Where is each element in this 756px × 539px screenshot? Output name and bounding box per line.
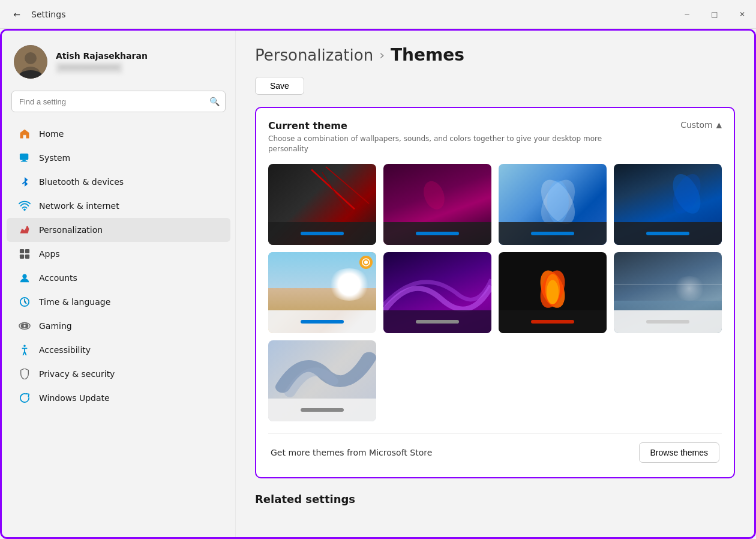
- gaming-icon: [19, 320, 31, 332]
- sidebar-item-label: Network & internet: [39, 201, 119, 211]
- theme-title: Current theme: [268, 120, 640, 131]
- wallpaper-thumb-3[interactable]: [499, 164, 607, 245]
- sidebar-item-label: Accessibility: [39, 345, 91, 355]
- svg-rect-9: [25, 249, 29, 253]
- accounts-icon: [19, 272, 31, 284]
- search-icon: 🔍: [209, 97, 220, 106]
- sidebar-item-home[interactable]: Home: [7, 122, 230, 146]
- breadcrumb-current: Themes: [391, 45, 464, 65]
- svg-rect-18: [23, 325, 26, 327]
- sidebar-item-network[interactable]: Network & internet: [7, 194, 230, 218]
- sidebar-item-label: Privacy & security: [39, 369, 115, 379]
- breadcrumb: Personalization › Themes: [255, 45, 735, 65]
- sidebar-item-label: Windows Update: [39, 393, 110, 403]
- user-name: Atish Rajasekharan: [56, 51, 148, 61]
- apps-icon: [19, 248, 31, 260]
- maximize-button[interactable]: □: [701, 0, 728, 29]
- breadcrumb-separator: ›: [379, 47, 385, 62]
- theme-title-section: Current theme Choose a combination of wa…: [268, 120, 640, 154]
- search-input[interactable]: [11, 91, 226, 112]
- privacy-icon: [19, 368, 31, 380]
- svg-point-34: [547, 280, 559, 305]
- svg-point-1: [25, 52, 37, 64]
- svg-point-23: [420, 180, 448, 212]
- related-settings-title: Related settings: [255, 493, 735, 505]
- sidebar-item-accessibility[interactable]: Accessibility: [7, 338, 230, 362]
- theme-current-label[interactable]: Custom ▲: [680, 120, 722, 130]
- sidebar-item-label: Bluetooth & devices: [39, 177, 124, 187]
- chevron-up-icon: ▲: [716, 121, 722, 129]
- sidebar-item-privacy[interactable]: Privacy & security: [7, 362, 230, 386]
- search-box: 🔍: [11, 91, 226, 112]
- sidebar-item-update[interactable]: Windows Update: [7, 386, 230, 410]
- wallpaper-thumb-5[interactable]: [268, 252, 376, 333]
- related-settings: Related settings: [255, 493, 735, 505]
- theme-header: Current theme Choose a combination of wa…: [268, 120, 722, 154]
- sidebar: Atish Rajasekharan •••••••••••••• 🔍 Home: [2, 31, 236, 537]
- svg-point-30: [364, 260, 368, 264]
- system-icon: [19, 152, 31, 164]
- theme-description: Choose a combination of wallpapers, soun…: [268, 134, 640, 154]
- avatar[interactable]: [14, 45, 47, 79]
- back-button[interactable]: ←: [7, 5, 26, 24]
- sidebar-item-gaming[interactable]: Gaming: [7, 314, 230, 338]
- save-button[interactable]: Save: [255, 77, 304, 95]
- accessibility-icon: [19, 344, 31, 356]
- current-theme-card: Current theme Choose a combination of wa…: [255, 107, 735, 478]
- sidebar-item-system[interactable]: System: [7, 146, 230, 170]
- sidebar-item-personalization[interactable]: Personalization: [7, 218, 230, 242]
- network-icon: [19, 200, 31, 212]
- content-area: Personalization › Themes Save Current th…: [236, 31, 754, 537]
- wallpaper-thumb-2[interactable]: [383, 164, 491, 245]
- sidebar-item-label: System: [39, 153, 70, 163]
- svg-point-19: [23, 345, 26, 347]
- sidebar-item-apps[interactable]: Apps: [7, 242, 230, 266]
- user-email: ••••••••••••••: [56, 62, 122, 73]
- sidebar-item-bluetooth[interactable]: Bluetooth & devices: [7, 170, 230, 194]
- sidebar-item-accounts[interactable]: Accounts: [7, 266, 230, 290]
- sidebar-item-time[interactable]: Time & language: [7, 290, 230, 314]
- svg-line-22: [322, 172, 347, 212]
- wallpaper-thumb-4[interactable]: [614, 164, 722, 245]
- wallpaper-thumb-9[interactable]: [268, 340, 376, 421]
- sidebar-item-label: Time & language: [39, 297, 110, 307]
- close-button[interactable]: ✕: [728, 0, 756, 29]
- wallpaper-thumb-7[interactable]: [499, 252, 607, 333]
- time-icon: [19, 296, 31, 308]
- titlebar: ← Settings ─ □ ✕: [0, 0, 756, 29]
- svg-rect-8: [20, 249, 24, 253]
- wallpaper-grid: [268, 164, 722, 421]
- browse-themes-button[interactable]: Browse themes: [639, 442, 719, 463]
- svg-rect-4: [20, 154, 28, 160]
- sidebar-item-label: Gaming: [39, 321, 72, 331]
- svg-rect-10: [20, 254, 24, 259]
- svg-point-12: [22, 274, 26, 279]
- svg-point-26: [547, 181, 569, 224]
- personalization-icon: [19, 224, 31, 236]
- store-text: Get more themes from Microsoft Store: [271, 448, 432, 457]
- sidebar-nav: Home System: [2, 122, 235, 410]
- svg-line-21: [326, 166, 369, 203]
- wallpaper-thumb-6[interactable]: [383, 252, 491, 333]
- sidebar-item-label: Personalization: [39, 225, 103, 235]
- svg-rect-11: [25, 254, 29, 259]
- minimize-button[interactable]: ─: [673, 0, 701, 29]
- window-controls: ─ □ ✕: [673, 0, 756, 29]
- wallpaper-thumb-8[interactable]: [614, 252, 722, 333]
- breadcrumb-parent[interactable]: Personalization: [255, 46, 373, 64]
- theme-footer: Get more themes from Microsoft Store Bro…: [268, 433, 722, 465]
- user-section: Atish Rajasekharan ••••••••••••••: [2, 40, 235, 91]
- svg-rect-6: [21, 161, 28, 161]
- bluetooth-icon: [19, 176, 31, 188]
- update-icon: [19, 392, 31, 404]
- wallpaper-thumb-1[interactable]: [268, 164, 376, 245]
- sidebar-item-label: Apps: [39, 249, 60, 259]
- app-container: Atish Rajasekharan •••••••••••••• 🔍 Home: [0, 29, 756, 539]
- svg-point-28: [667, 170, 706, 218]
- svg-point-7: [26, 226, 29, 229]
- sidebar-item-label: Accounts: [39, 273, 77, 283]
- home-icon: [19, 128, 31, 140]
- svg-rect-5: [22, 160, 25, 161]
- sidebar-item-label: Home: [39, 129, 64, 139]
- app-title: Settings: [31, 10, 65, 19]
